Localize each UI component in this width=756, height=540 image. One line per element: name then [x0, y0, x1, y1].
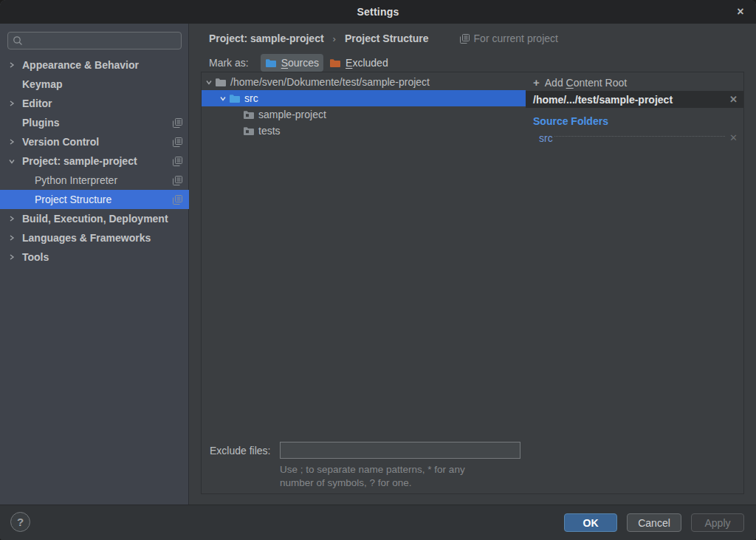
help-button[interactable]: ?	[10, 512, 30, 532]
exclude-files-section: Exclude files: Use ; to separate name pa…	[202, 442, 526, 490]
cancel-button[interactable]: Cancel	[627, 513, 681, 532]
exclude-files-input[interactable]	[280, 442, 520, 459]
mark-as-toolbar: Mark as: Sources Excluded	[209, 54, 393, 72]
per-project-settings-icon	[173, 118, 182, 128]
excluded-folder-icon	[329, 58, 341, 68]
breadcrumb-separator-icon: ›	[333, 33, 336, 44]
source-folder-name: src	[539, 132, 553, 144]
content-roots-tree-panel: /home/sven/Dokumente/test/sample-project…	[201, 72, 526, 494]
exclude-files-label: Exclude files:	[210, 445, 280, 457]
sidebar-item-version-control[interactable]: Version Control	[0, 132, 189, 151]
mark-as-excluded-button[interactable]: Excluded	[325, 54, 393, 72]
content-root-detail-panel: + Add Content Root /home/.../test/sample…	[526, 72, 744, 494]
chevron-right-icon[interactable]	[9, 254, 22, 260]
source-folders-header: Source Folders	[526, 112, 743, 129]
dialog-footer: ? OK Cancel Apply	[0, 505, 756, 540]
content-root-path: /home/.../test/sample-project	[533, 94, 673, 106]
add-content-root-button[interactable]: + Add Content Root	[526, 74, 743, 91]
chevron-right-icon[interactable]	[9, 62, 22, 68]
sidebar-item-build-execution[interactable]: Build, Execution, Deployment	[0, 209, 189, 228]
settings-nav: Appearance & Behavior Keymap Editor Plug…	[0, 55, 189, 267]
per-project-settings-icon	[173, 176, 182, 185]
search-icon	[13, 35, 23, 46]
apply-button[interactable]: Apply	[691, 513, 744, 532]
dotted-leader	[554, 136, 725, 137]
settings-main: Project: sample-project › Project Struct…	[189, 24, 756, 505]
chevron-right-icon[interactable]	[9, 100, 22, 106]
directory-tree: /home/sven/Dokumente/test/sample-project…	[202, 72, 526, 139]
sidebar-item-python-interpreter[interactable]: Python Interpreter	[0, 171, 189, 190]
sidebar-item-appearance[interactable]: Appearance & Behavior	[0, 55, 189, 75]
sidebar-item-project-structure[interactable]: Project Structure	[0, 190, 189, 209]
sidebar-item-project[interactable]: Project: sample-project	[0, 151, 189, 171]
sidebar-item-languages-frameworks[interactable]: Languages & Frameworks	[0, 228, 189, 247]
tree-row-src[interactable]: src	[202, 90, 526, 106]
close-icon[interactable]: ×	[731, 3, 750, 21]
source-folder-icon	[229, 94, 241, 103]
remove-content-root-icon[interactable]: ✕	[729, 94, 738, 105]
search-input[interactable]	[27, 35, 174, 47]
source-folder-entry[interactable]: src ✕	[526, 129, 743, 146]
folder-icon	[243, 110, 255, 120]
dialog-title: Settings	[357, 6, 399, 18]
chevron-right-icon[interactable]	[9, 139, 22, 145]
mark-as-sources-button[interactable]: Sources	[261, 54, 323, 72]
sidebar-item-editor[interactable]: Editor	[0, 94, 189, 113]
chevron-down-icon[interactable]	[217, 95, 229, 101]
chevron-right-icon[interactable]	[9, 235, 22, 241]
settings-search-box[interactable]	[7, 32, 182, 49]
source-folder-icon	[265, 58, 277, 68]
breadcrumb: Project: sample-project › Project Struct…	[209, 30, 558, 47]
title-bar: Settings ×	[0, 0, 756, 24]
settings-sidebar: Appearance & Behavior Keymap Editor Plug…	[0, 24, 189, 505]
tree-row-sample-project[interactable]: sample-project	[202, 106, 526, 123]
folder-icon	[215, 78, 227, 87]
folder-icon	[243, 126, 255, 136]
breadcrumb-page: Project Structure	[345, 33, 429, 44]
mark-as-label: Mark as:	[209, 57, 249, 69]
tree-row-tests[interactable]: tests	[202, 123, 526, 139]
per-project-settings-icon	[173, 157, 182, 166]
exclude-files-help: Use ; to separate name patterns, * for a…	[280, 463, 526, 490]
plus-icon: +	[533, 76, 540, 89]
content-root-entry[interactable]: /home/.../test/sample-project ✕	[526, 91, 743, 108]
scope-note: For current project	[460, 33, 558, 44]
chevron-down-icon[interactable]	[9, 158, 22, 164]
sidebar-item-tools[interactable]: Tools	[0, 247, 189, 267]
ok-button[interactable]: OK	[564, 513, 617, 532]
remove-source-folder-icon[interactable]: ✕	[729, 132, 738, 143]
per-project-settings-icon	[173, 195, 182, 205]
breadcrumb-project[interactable]: Project: sample-project	[209, 33, 324, 44]
sidebar-item-plugins[interactable]: Plugins	[0, 113, 189, 132]
settings-dialog: Settings × Appearance & Behavior Keymap …	[0, 0, 756, 540]
per-project-settings-icon	[460, 34, 470, 44]
sidebar-item-keymap[interactable]: Keymap	[0, 75, 189, 94]
tree-row-content-root[interactable]: /home/sven/Dokumente/test/sample-project	[202, 74, 526, 90]
chevron-right-icon[interactable]	[9, 216, 22, 222]
per-project-settings-icon	[173, 137, 182, 147]
chevron-down-icon[interactable]	[203, 79, 215, 85]
